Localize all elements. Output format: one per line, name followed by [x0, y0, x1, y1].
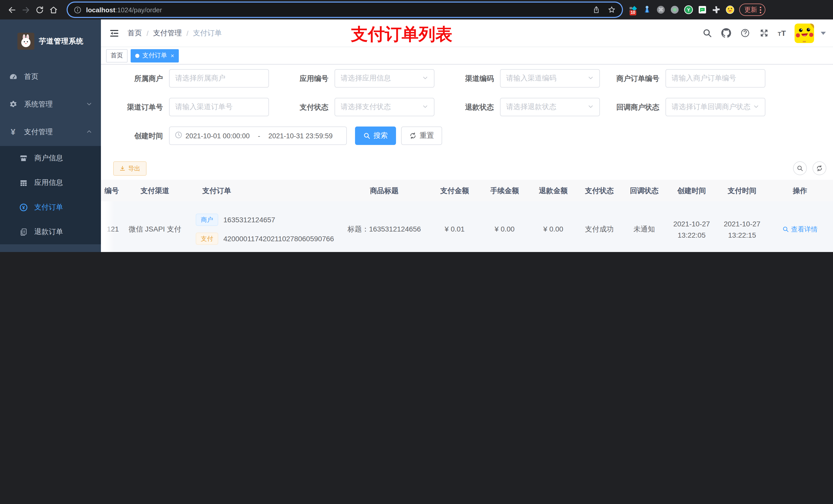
column-header-支付状态: 支付状态 — [576, 185, 622, 196]
reset-button-label: 重置 — [420, 131, 434, 140]
filter-input-渠道订单号[interactable]: 请输入渠道订单号 — [169, 98, 269, 116]
pay-amount-cell: ¥ 0.01 — [430, 224, 479, 235]
grid-icon — [19, 179, 28, 187]
sidebar-item-系统管理[interactable]: 系统管理 — [0, 91, 101, 118]
order-id-cell: 121 — [101, 224, 123, 235]
share-icon[interactable] — [592, 6, 600, 14]
top-navbar: 首页 / 支付管理 / 支付订单 TT — [101, 20, 833, 47]
date-separator: - — [258, 132, 260, 140]
create-time-range-picker[interactable]: 2021-10-01 00:00:00 - 2021-10-31 23:59:5… — [169, 126, 347, 145]
pay-order-cell: 商户1635312124657支付42000011742021102780605… — [187, 214, 338, 245]
site-info-icon[interactable] — [74, 6, 81, 14]
date-part: 2021-10-27 — [723, 218, 760, 229]
search-button[interactable]: 搜索 — [355, 126, 396, 145]
pay-order-line: 支付4200001174202110278060590766 — [196, 233, 334, 245]
avatar-caret-icon[interactable] — [821, 31, 826, 34]
extension-y-icon[interactable]: Y — [684, 5, 694, 15]
chevron-down-icon — [422, 74, 428, 83]
sidebar-item-支付管理[interactable]: ¥支付管理 — [0, 118, 101, 146]
address-bar[interactable]: localhost:1024/pay/order — [68, 3, 622, 17]
show-search-toggle-button[interactable] — [793, 161, 807, 175]
breadcrumb-current: 支付订单 — [193, 28, 222, 38]
pay-order-no: 4200001174202110278060590766 — [223, 233, 334, 244]
date-part: 2021-10-27 — [673, 218, 710, 229]
breadcrumb-home[interactable]: 首页 — [127, 28, 142, 38]
filter-label: 渠道编码 — [449, 69, 500, 88]
extension-balloon-icon[interactable] — [642, 5, 652, 15]
user-avatar[interactable] — [794, 23, 814, 43]
placeholder-text: 请输入渠道订单号 — [175, 102, 263, 112]
pay-status-cell: 支付成功 — [576, 224, 622, 235]
browser-update-button[interactable]: 更新 — [739, 4, 765, 16]
help-icon[interactable] — [740, 28, 750, 38]
filter-input-所属商户[interactable]: 请选择所属商户 — [169, 69, 269, 88]
breadcrumb: 首页 / 支付管理 / 支付订单 — [127, 28, 222, 38]
filter-label: 退款状态 — [449, 98, 500, 116]
browser-profile-avatar[interactable] — [725, 5, 735, 15]
svg-text:Y: Y — [687, 7, 690, 13]
column-header-退款金额: 退款金额 — [530, 185, 576, 196]
app-logo[interactable]: 芋道管理系统 — [0, 20, 101, 63]
chevron-down-icon — [588, 102, 594, 112]
close-icon[interactable]: × — [171, 52, 174, 59]
sidebar-item-基础设施[interactable]: 基础设施 — [0, 244, 101, 252]
tab-首页[interactable]: 首页 — [106, 49, 127, 62]
sidebar-item-首页[interactable]: 首页 — [0, 63, 101, 91]
placeholder-text: 请输入商户订单编号 — [672, 74, 759, 83]
font-size-icon[interactable]: TT — [778, 29, 786, 38]
pay-tag: 支付 — [196, 233, 218, 245]
sidebar-fold-icon[interactable] — [105, 24, 123, 42]
sidebar-item-支付订单[interactable]: ¥支付订单 — [0, 195, 101, 220]
placeholder-text: 请选择所属商户 — [175, 74, 263, 83]
browser-menu-icon[interactable] — [760, 6, 761, 13]
main-area: 支付订单列表 首页 / 支付管理 / 支付订单 TT — [101, 20, 833, 252]
column-header-编号: 编号 — [101, 185, 123, 196]
chevron-down-icon — [86, 100, 92, 109]
extension-dot-icon[interactable] — [670, 5, 680, 15]
pay-time-cell-value: 2021-10-2713:22:15 — [723, 218, 760, 240]
browser-reload-button[interactable] — [33, 3, 47, 17]
export-button[interactable]: 导出 — [113, 161, 146, 176]
extension-diamond-icon[interactable]: 10 — [628, 5, 638, 15]
filter-select-退款状态[interactable]: 请选择退款状态 — [500, 98, 600, 116]
extensions-row: 10 ⌘ Y — [628, 5, 735, 15]
sidebar-item-label: 支付订单 — [34, 203, 92, 212]
fullscreen-icon[interactable] — [759, 28, 769, 38]
sidebar-item-label: 退款订单 — [34, 227, 92, 237]
pay-channel-cell: 微信 JSAPI 支付 — [123, 224, 187, 235]
filter-select-渠道编码[interactable]: 请输入渠道编码 — [500, 69, 600, 88]
shop-icon — [19, 154, 28, 162]
table-header-row: 编号支付渠道支付订单商品标题支付金额手续金额退款金额支付状态回调状态创建时间支付… — [101, 180, 833, 201]
filter-select-应用编号[interactable]: 请选择应用信息 — [335, 69, 434, 88]
browser-home-button[interactable] — [47, 3, 61, 17]
view-detail-link[interactable]: 查看详情 — [782, 224, 818, 235]
extension-command-icon[interactable]: ⌘ — [656, 5, 666, 15]
filter-item-渠道订单号: 渠道订单号请输入渠道订单号 — [118, 98, 275, 116]
filter-select-回调商户状态[interactable]: 请选择订单回调商户状态 — [665, 98, 765, 116]
filter-select-支付状态[interactable]: 请选择支付状态 — [335, 98, 434, 116]
browser-back-button[interactable] — [5, 3, 19, 17]
filter-item-应用编号: 应用编号请选择应用信息 — [283, 69, 441, 88]
merchant-tag: 商户 — [196, 214, 218, 226]
tags-view: 首页支付订单× — [101, 47, 833, 65]
breadcrumb-pay-manage[interactable]: 支付管理 — [153, 28, 182, 38]
sidebar-item-退款订单[interactable]: 退款订单 — [0, 220, 101, 244]
tab-支付订单[interactable]: 支付订单× — [130, 49, 179, 62]
sidebar-item-应用信息[interactable]: 应用信息 — [0, 171, 101, 195]
refresh-table-button[interactable] — [812, 161, 826, 175]
filter-item-商户订单编号: 商户订单编号请输入商户订单编号 — [614, 69, 771, 88]
sidebar-item-商户信息[interactable]: 商户信息 — [0, 146, 101, 171]
github-icon[interactable] — [721, 28, 731, 38]
create-time-label: 创建时间 — [118, 126, 169, 145]
browser-forward-button[interactable] — [19, 3, 33, 17]
header-search-icon[interactable] — [702, 28, 712, 38]
update-label: 更新 — [744, 5, 757, 14]
sidebar-item-label: 系统管理 — [24, 100, 86, 109]
extensions-puzzle-icon[interactable] — [711, 5, 721, 15]
column-header-支付时间: 支付时间 — [717, 185, 767, 196]
filter-input-商户订单编号[interactable]: 请输入商户订单编号 — [665, 69, 765, 88]
extension-chat-icon[interactable] — [697, 5, 708, 15]
reset-button[interactable]: 重置 — [401, 126, 442, 145]
bookmark-star-icon[interactable] — [608, 6, 616, 14]
placeholder-text: 请选择应用信息 — [341, 74, 420, 83]
